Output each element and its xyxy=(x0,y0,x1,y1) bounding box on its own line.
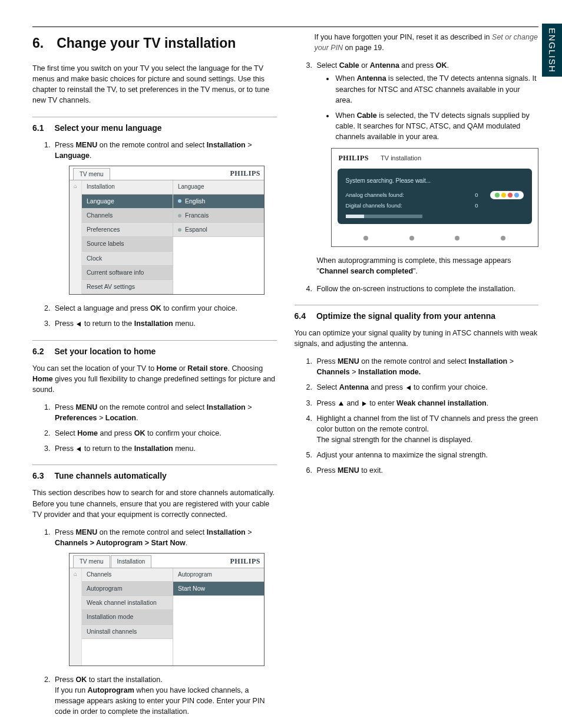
tv-icon: ⌂ xyxy=(70,568,82,666)
intro-paragraph: The first time you switch on your TV you… xyxy=(32,63,277,106)
step: Select Antenna and press to confirm your… xyxy=(315,382,539,393)
up-arrow-icon xyxy=(339,401,343,406)
step: Press to return to the Installation menu… xyxy=(52,443,277,454)
color-buttons-icon xyxy=(490,191,524,199)
left-arrow-icon xyxy=(77,447,81,452)
right-column: If you have forgotten your PIN, reset it… xyxy=(295,32,539,724)
pin-note: If you have forgotten your PIN, reset it… xyxy=(315,32,539,53)
completion-note: When autoprogramming is complete, this m… xyxy=(317,255,539,276)
bullet: When Cable is selected, the TV detects s… xyxy=(335,110,539,142)
left-column: 6.Change your TV installation The first … xyxy=(32,32,277,724)
tv-search-screenshot: PHILIPS TV installation System searching… xyxy=(331,148,538,246)
nav-dots xyxy=(332,230,538,246)
step: Press and to enter Weak channel installa… xyxy=(315,398,539,409)
step: Select a language and press OK to confir… xyxy=(52,303,277,314)
section-6-3-steps: Press MENU on the remote control and sel… xyxy=(32,527,277,717)
step: Select Home and press OK to confirm your… xyxy=(52,428,277,439)
section-6-2-intro: You can set the location of your TV to H… xyxy=(32,363,277,395)
top-rule xyxy=(32,27,538,27)
bullet: When Antenna is selected, the TV detects… xyxy=(335,73,539,105)
section-6-4-steps: Press MENU on the remote control and sel… xyxy=(295,356,539,476)
section-6-4-heading: 6.4Optimize the signal quality from your… xyxy=(295,305,539,321)
section-6-4-intro: You can optimize your signal quality by … xyxy=(295,328,539,349)
step: Select Cable or Antenna and press OK. Wh… xyxy=(315,60,539,276)
left-arrow-icon xyxy=(77,322,81,327)
step: Highlight a channel from the list of TV … xyxy=(315,413,539,445)
chapter-heading: 6.Change your TV installation xyxy=(32,35,277,51)
step: Press MENU to exit. xyxy=(315,465,539,476)
step: Press MENU on the remote control and sel… xyxy=(52,140,277,295)
section-6-3-steps-continued: Select Cable or Antenna and press OK. Wh… xyxy=(295,60,539,294)
step: Adjust your antenna to maximize the sign… xyxy=(315,450,539,460)
step: Press OK to start the installation. If y… xyxy=(52,674,277,717)
progress-bar xyxy=(346,215,423,218)
step: Press MENU on the remote control and sel… xyxy=(52,402,277,423)
language-side-tab: ENGLISH xyxy=(542,24,562,77)
step: Press to return to the Installation menu… xyxy=(52,318,277,329)
step: Follow the on-screen instructions to com… xyxy=(315,284,539,294)
section-6-2-steps: Press MENU on the remote control and sel… xyxy=(32,402,277,454)
tv-menu-autoprogram-screenshot: TV menu Installation PHILIPS ⌂ Channels … xyxy=(69,553,265,666)
section-6-2-heading: 6.2Set your location to home xyxy=(32,340,277,356)
section-6-3-intro: This section describes how to search for… xyxy=(32,487,277,519)
step: Press MENU on the remote control and sel… xyxy=(315,356,539,377)
right-arrow-icon xyxy=(362,401,366,406)
tv-icon: ⌂ xyxy=(70,180,82,294)
section-6-3-heading: 6.3Tune channels automatically xyxy=(32,465,277,480)
section-6-1-steps: Press MENU on the remote control and sel… xyxy=(32,140,277,330)
section-6-1-heading: 6.1Select your menu language xyxy=(32,117,277,133)
left-arrow-icon xyxy=(406,386,411,390)
tv-menu-language-screenshot: TV menu PHILIPS ⌂ Installation Language … xyxy=(69,166,265,295)
step: Press MENU on the remote control and sel… xyxy=(52,527,277,666)
